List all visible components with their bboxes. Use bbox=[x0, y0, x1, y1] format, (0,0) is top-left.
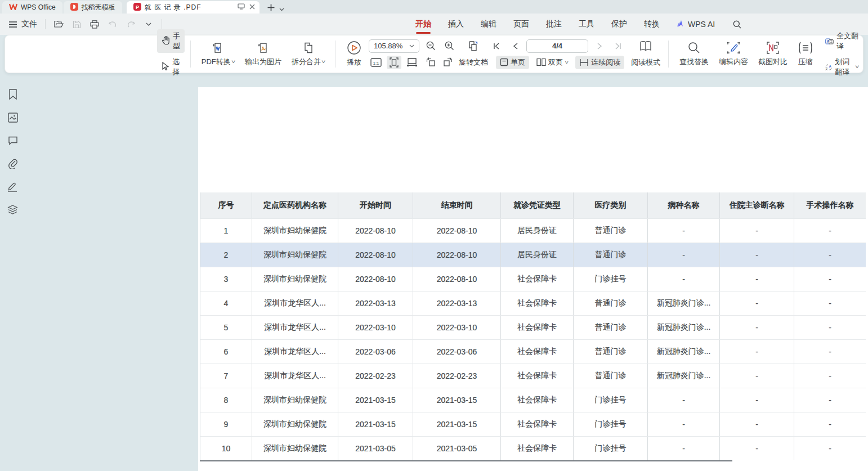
menu-item-edit[interactable]: 编辑 bbox=[481, 14, 496, 35]
rotate-left-icon[interactable] bbox=[423, 56, 437, 69]
svg-text:A: A bbox=[829, 64, 832, 68]
pdf-page[interactable]: 序号定点医药机构名称开始时间结束时间就诊凭证类型医疗类别病种名称住院主诊断名称手… bbox=[198, 87, 868, 471]
table-cell: - bbox=[719, 388, 794, 412]
table-cell: - bbox=[647, 219, 719, 243]
table-cell: 普通门诊 bbox=[573, 291, 647, 315]
menu-item-wps-ai[interactable]: WPS AI bbox=[677, 20, 715, 29]
word-translate-button[interactable]: 文A 划词翻译 ˅ bbox=[821, 55, 863, 79]
fit-page-icon[interactable] bbox=[387, 56, 401, 69]
next-page-icon[interactable] bbox=[592, 39, 607, 53]
menu-item-insert[interactable]: 插入 bbox=[448, 14, 464, 35]
zoom-in-icon[interactable] bbox=[442, 39, 457, 53]
table-cell: - bbox=[719, 364, 794, 388]
fit-width-icon[interactable] bbox=[405, 56, 419, 69]
menu-item-convert[interactable]: 转换 bbox=[644, 14, 660, 35]
table-cell: 2022-03-06 bbox=[413, 340, 500, 364]
hand-icon bbox=[162, 36, 170, 47]
table-cell: 社会保障卡 bbox=[500, 267, 573, 291]
tab-wps-office[interactable]: WPS Office bbox=[2, 1, 62, 14]
table-row: 5深圳市龙华区人...2022-03-102022-03-10社会保障卡普通门诊… bbox=[200, 315, 866, 339]
thumbnail-icon[interactable] bbox=[7, 111, 19, 123]
table-cell: 新冠肺炎门诊... bbox=[647, 316, 719, 339]
table-row: 4深圳市龙华区人...2022-03-132022-03-13社会保障卡普通门诊… bbox=[200, 291, 866, 315]
screenshot-compare-button[interactable]: 截图对比 bbox=[753, 41, 793, 67]
double-page-button[interactable]: 双页 ˅ bbox=[533, 56, 572, 69]
layers-icon[interactable] bbox=[7, 204, 19, 216]
attachment-icon[interactable] bbox=[7, 158, 19, 169]
zoom-out-icon[interactable] bbox=[423, 39, 438, 53]
menu-item-comment[interactable]: 批注 bbox=[546, 14, 562, 35]
new-tab-icon[interactable] bbox=[267, 3, 275, 14]
table-cell: 社会保障卡 bbox=[500, 340, 573, 364]
table-bottom-border bbox=[200, 460, 732, 461]
compress-button[interactable]: 压缩 bbox=[793, 41, 818, 67]
close-tab-icon[interactable] bbox=[249, 3, 255, 11]
history-chevron-icon[interactable] bbox=[144, 19, 154, 29]
zoom-level-select[interactable]: 105.88% bbox=[369, 39, 419, 53]
signature-pen-icon[interactable] bbox=[7, 181, 19, 192]
page-indicator-input[interactable]: 4/4 bbox=[526, 39, 588, 53]
table-cell: - bbox=[794, 243, 866, 267]
menu-item-tools[interactable]: 工具 bbox=[579, 14, 594, 35]
pdf-convert-button[interactable]: PDF转换˅ bbox=[196, 41, 240, 67]
rotate-right-icon[interactable] bbox=[441, 56, 455, 69]
export-image-button[interactable]: 输出为图片 bbox=[240, 41, 287, 67]
monitor-icon[interactable] bbox=[238, 3, 245, 11]
split-merge-button[interactable]: 拆分合并˅ bbox=[287, 41, 330, 67]
play-button[interactable]: 播放 bbox=[342, 41, 366, 68]
first-page-icon[interactable] bbox=[489, 39, 504, 53]
table-cell: - bbox=[794, 291, 866, 315]
redo-icon[interactable] bbox=[126, 19, 136, 29]
tab-docer-templates[interactable]: 找稻壳模板 bbox=[64, 1, 122, 14]
menu-item-page[interactable]: 页面 bbox=[513, 14, 529, 35]
table-cell: - bbox=[794, 340, 866, 364]
table-cell: 2022-03-13 bbox=[413, 291, 500, 315]
toolbar: 手型 选择 PDF转换˅ 输出为图片 拆分合并˅ 播放 105.88% bbox=[5, 35, 863, 73]
hand-tool-label: 手型 bbox=[173, 31, 180, 51]
play-icon bbox=[347, 41, 361, 55]
table-cell: - bbox=[647, 267, 719, 291]
menu-item-protect[interactable]: 保护 bbox=[611, 14, 627, 35]
last-page-icon[interactable] bbox=[611, 39, 625, 53]
tab-list-chevron-icon[interactable] bbox=[279, 3, 284, 14]
table-cell: 门诊挂号 bbox=[573, 267, 647, 291]
table-header-row: 序号定点医药机构名称开始时间结束时间就诊凭证类型医疗类别病种名称住院主诊断名称手… bbox=[200, 192, 866, 218]
rotate-doc-label[interactable]: 旋转文档 bbox=[459, 57, 488, 68]
full-translate-button[interactable]: A 全文翻译 bbox=[821, 29, 863, 53]
undo-icon[interactable] bbox=[108, 19, 118, 29]
bookmark-icon[interactable] bbox=[7, 88, 19, 100]
tab-label: WPS Office bbox=[21, 3, 56, 11]
prev-page-icon[interactable] bbox=[508, 39, 522, 53]
continuous-read-label: 连续阅读 bbox=[591, 57, 620, 68]
find-replace-button[interactable]: 查找替换 bbox=[674, 41, 714, 67]
table-cell: 2021-03-15 bbox=[338, 412, 413, 436]
edit-content-icon bbox=[726, 41, 741, 55]
save-icon[interactable] bbox=[71, 19, 82, 29]
single-page-button[interactable]: 单页 bbox=[496, 56, 529, 69]
svg-text:文: 文 bbox=[825, 67, 829, 70]
divider bbox=[335, 41, 336, 68]
edit-content-button[interactable]: 编辑内容 bbox=[714, 41, 753, 67]
print-icon[interactable] bbox=[90, 19, 100, 29]
file-menu-button[interactable]: 文件 bbox=[8, 19, 37, 29]
menu-item-home[interactable]: 开始 bbox=[415, 14, 431, 35]
menu-items: 开始 插入 编辑 页面 批注 工具 保护 转换 WPS AI bbox=[415, 14, 742, 35]
select-tool-button[interactable]: 选择 bbox=[157, 55, 185, 79]
table-cell: 2022-08-10 bbox=[413, 267, 500, 291]
swap-pages-icon[interactable] bbox=[466, 39, 481, 53]
actual-size-icon[interactable]: 1:1 bbox=[369, 56, 383, 69]
svg-text:1:1: 1:1 bbox=[373, 60, 379, 65]
table-cell: 2022-08-10 bbox=[338, 219, 413, 243]
hand-tool-button[interactable]: 手型 bbox=[157, 29, 185, 53]
screenshot-compare-label: 截图对比 bbox=[758, 57, 788, 67]
read-mode-icon[interactable] bbox=[638, 39, 653, 53]
table-header-cell: 定点医药机构名称 bbox=[252, 192, 338, 218]
open-folder-icon[interactable] bbox=[53, 19, 64, 29]
table-cell: 2021-03-15 bbox=[413, 412, 500, 436]
continuous-read-button[interactable]: 连续阅读 bbox=[575, 56, 624, 69]
read-mode-label[interactable]: 阅读模式 bbox=[631, 57, 660, 68]
tab-active-document[interactable]: P 就 医 记 录 .PDF bbox=[127, 1, 259, 14]
search-icon[interactable] bbox=[732, 19, 742, 29]
tab-label: 就 医 记 录 .PDF bbox=[145, 3, 202, 12]
comment-icon[interactable] bbox=[7, 134, 19, 146]
